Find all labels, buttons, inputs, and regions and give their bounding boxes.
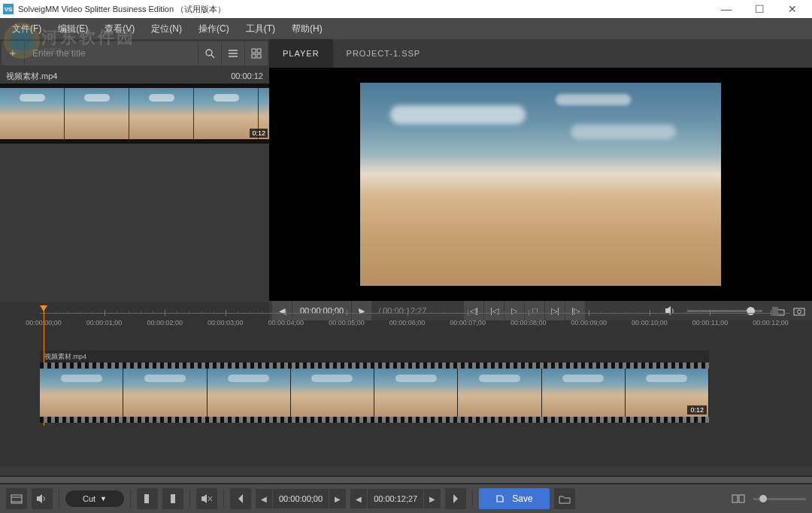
start-time-next[interactable]: ▶ xyxy=(329,489,346,508)
tick-label: 00:00:07;00 xyxy=(450,319,486,326)
tick-label: 00:00:06;00 xyxy=(389,319,426,326)
end-time-prev[interactable]: ◀ xyxy=(350,489,367,508)
set-start-marker-button[interactable] xyxy=(137,488,158,509)
grid-icon xyxy=(251,48,262,59)
list-icon xyxy=(228,49,238,58)
media-panel: ＋ 视频素材.mp4 00:00:12 0:12 xyxy=(0,39,269,302)
end-time-next[interactable]: ▶ xyxy=(424,489,441,508)
save-button[interactable]: Save xyxy=(479,488,549,509)
timeline-scrollbar[interactable] xyxy=(0,475,812,484)
storyboard-button[interactable] xyxy=(6,488,27,509)
maximize-button[interactable]: ☐ xyxy=(743,0,776,18)
next-marker-button[interactable] xyxy=(445,488,466,509)
save-label: Save xyxy=(512,493,532,504)
svg-point-0 xyxy=(206,50,212,56)
player-panel: PLAYER PROJECT-1.SSP ◀ 00:00:00;00 ▶ / 0… xyxy=(269,39,812,302)
menu-file[interactable]: 文件(F) xyxy=(5,20,49,38)
add-media-button[interactable]: ＋ xyxy=(2,41,24,65)
player-viewport[interactable] xyxy=(269,68,812,301)
menubar: 文件(F) 编辑(E) 查看(V) 定位(N) 操作(C) 工具(T) 帮助(H… xyxy=(0,18,812,39)
folder-icon xyxy=(559,494,571,504)
menu-edit[interactable]: 编辑(E) xyxy=(50,20,95,38)
tick-label: 00:00:01;00 xyxy=(86,319,123,326)
tab-project[interactable]: PROJECT-1.SSP xyxy=(333,39,435,68)
menu-help[interactable]: 帮助(H) xyxy=(284,20,330,38)
tick-label: 00:00:11;00 xyxy=(692,319,729,326)
titlebar: VS SolveigMM Video Splitter Business Edi… xyxy=(0,0,812,18)
svg-rect-5 xyxy=(252,49,256,53)
svg-rect-24 xyxy=(739,495,744,502)
start-time-prev[interactable]: ◀ xyxy=(256,489,272,508)
tick-label: 00:00:12;00 xyxy=(753,319,789,326)
zoom-slider[interactable] xyxy=(753,498,806,500)
tab-player[interactable]: PLAYER xyxy=(269,39,333,68)
svg-marker-22 xyxy=(453,494,458,503)
menu-control[interactable]: 操作(C) xyxy=(191,20,237,38)
svg-rect-8 xyxy=(257,54,261,58)
tick-label: 00:00:02;00 xyxy=(147,319,183,326)
tick-label: 00:00:05;00 xyxy=(329,319,365,326)
menu-navigate[interactable]: 定位(N) xyxy=(144,20,189,38)
video-preview xyxy=(360,83,721,286)
mute-icon xyxy=(201,493,213,504)
tick-label: 00:00:08;00 xyxy=(511,319,547,326)
clip-duration: 00:00:12 xyxy=(231,71,263,80)
clip-name: 视频素材.mp4 xyxy=(6,71,57,82)
svg-marker-21 xyxy=(238,494,243,503)
title-input[interactable] xyxy=(25,41,198,65)
end-time-display[interactable]: 00:00:12;27 xyxy=(368,489,423,508)
end-marker[interactable] xyxy=(772,307,778,316)
close-button[interactable]: ✕ xyxy=(776,0,809,18)
svg-rect-6 xyxy=(257,49,261,53)
app-icon: VS xyxy=(3,4,14,14)
svg-marker-15 xyxy=(37,494,42,503)
zoom-fit-icon xyxy=(732,494,745,503)
timeline-ruler[interactable]: 00:00:00;0000:00:01;0000:00:02;0000:00:0… xyxy=(40,310,789,329)
clip-filmstrip[interactable]: 0:12 xyxy=(0,83,269,144)
grid-view-button[interactable] xyxy=(245,41,268,65)
tick-label: 00:00:09;00 xyxy=(571,319,607,326)
bottom-toolbar: Cut ▼ ◀ 00:00:00;00 ▶ ◀ 00:00:12;27 ▶ Sa… xyxy=(0,484,812,513)
tick-label: 00:00:03;00 xyxy=(208,319,244,326)
window-title: SolveigMM Video Splitter Business Editio… xyxy=(18,4,226,15)
svg-rect-7 xyxy=(252,54,256,58)
track-filmstrip[interactable]: 0:12 xyxy=(40,363,709,423)
menu-tools[interactable]: 工具(T) xyxy=(238,20,283,38)
timeline-track[interactable]: 视频素材.mp4 0:12 xyxy=(40,351,709,423)
track-label: 视频素材.mp4 xyxy=(40,351,709,363)
search-button[interactable] xyxy=(198,41,221,65)
speaker-icon xyxy=(36,493,48,504)
save-icon xyxy=(495,494,504,503)
svg-rect-23 xyxy=(732,495,738,502)
clip-item[interactable]: 视频素材.mp4 00:00:12 0:12 xyxy=(0,68,269,144)
search-icon xyxy=(205,48,215,59)
start-time-display[interactable]: 00:00:00;00 xyxy=(273,489,329,508)
list-view-button[interactable] xyxy=(222,41,244,65)
timeline-area: 00:00:00;0000:00:01;0000:00:02;0000:00:0… xyxy=(0,302,812,466)
media-toolbar: ＋ xyxy=(0,39,269,68)
flag-right-icon xyxy=(453,493,459,504)
audio-toggle-button[interactable] xyxy=(32,488,53,509)
start-time-group: ◀ 00:00:00;00 ▶ xyxy=(256,489,346,508)
svg-marker-17 xyxy=(171,494,175,503)
zoom-fit-button[interactable] xyxy=(728,488,749,509)
svg-marker-16 xyxy=(144,494,149,503)
tick-label: 00:00:10;00 xyxy=(632,319,668,326)
set-end-marker-button[interactable] xyxy=(162,488,183,509)
marker-in-icon xyxy=(144,493,151,504)
player-tabs: PLAYER PROJECT-1.SSP xyxy=(269,39,812,68)
minimize-button[interactable]: ― xyxy=(710,0,743,18)
output-folder-button[interactable] xyxy=(554,488,575,509)
chevron-down-icon: ▼ xyxy=(100,495,107,502)
flag-left-icon xyxy=(238,493,244,504)
marker-out-icon xyxy=(169,493,177,504)
menu-view[interactable]: 查看(V) xyxy=(97,20,142,38)
cut-mode-dropdown[interactable]: Cut ▼ xyxy=(65,490,124,507)
cut-mode-label: Cut xyxy=(83,494,95,503)
track-badge: 0:12 xyxy=(687,405,707,414)
tick-label: 00:00:04;00 xyxy=(268,319,304,326)
mute-segment-button[interactable] xyxy=(196,488,217,509)
prev-marker-button[interactable] xyxy=(230,488,251,509)
end-time-group: ◀ 00:00:12;27 ▶ xyxy=(350,489,441,508)
clip-header: 视频素材.mp4 00:00:12 xyxy=(0,68,269,83)
